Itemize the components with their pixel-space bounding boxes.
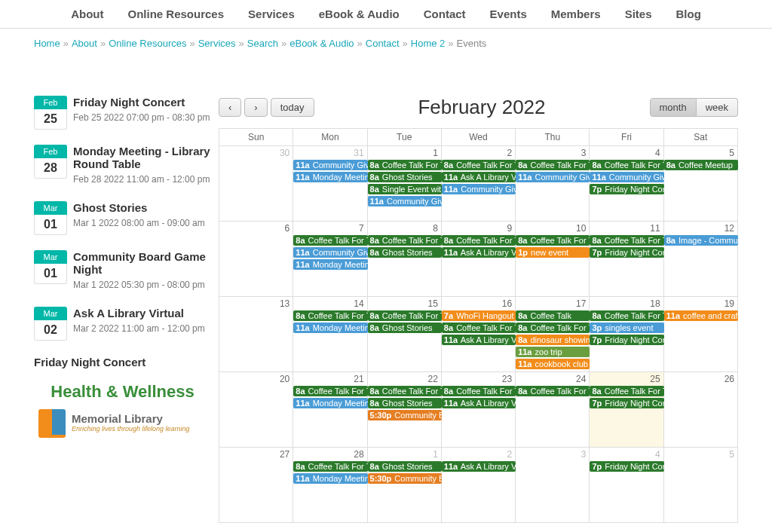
calendar-event[interactable]: 8a Coffee Talk For T bbox=[293, 235, 367, 246]
calendar-cell[interactable]: 258a Coffee Talk For T7p Friday Night Co… bbox=[590, 372, 663, 448]
calendar-cell[interactable]: 128a Image - Commun bbox=[663, 222, 737, 297]
calendar-event[interactable]: 7p Friday Night Conc bbox=[590, 398, 663, 408]
calendar-cell[interactable]: 238a Coffee Talk For T11a Ask A Library … bbox=[441, 372, 515, 448]
calendar-event[interactable]: 8a Coffee Talk For T bbox=[516, 160, 590, 170]
calendar-event[interactable]: 8a Ghost Stories bbox=[368, 323, 442, 333]
calendar-event[interactable]: 8a Coffee Talk For T bbox=[442, 323, 516, 333]
calendar-cell[interactable]: 108a Coffee Talk For T1p new event bbox=[516, 222, 590, 297]
calendar-cell[interactable]: 78a Coffee Talk For T11a Community Givi1… bbox=[293, 222, 367, 297]
calendar-event[interactable]: 8a Coffee Talk For T bbox=[516, 235, 590, 246]
calendar-event[interactable]: 8a Coffee Talk For T bbox=[368, 160, 442, 170]
calendar-event[interactable]: 11a Ask A Library Vir bbox=[442, 461, 516, 472]
calendar-event[interactable]: 7p Friday Night Conc bbox=[590, 461, 663, 472]
today-button[interactable]: today bbox=[271, 98, 314, 117]
breadcrumb-link[interactable]: Home bbox=[34, 38, 60, 49]
calendar-event[interactable]: 8a Coffee Talk For T bbox=[516, 386, 590, 396]
calendar-event[interactable]: 8a Coffee Talk For T bbox=[368, 386, 442, 396]
calendar-event[interactable]: 7a WhoFi Hangout bbox=[442, 310, 516, 321]
calendar-event[interactable]: 11a cookbook club bbox=[516, 359, 590, 369]
calendar-event[interactable]: 8a Ghost Stories bbox=[368, 172, 442, 182]
nav-ebook-audio[interactable]: eBook & Audio bbox=[319, 8, 400, 20]
calendar-event[interactable]: 7p Friday Night Conc bbox=[590, 247, 663, 258]
sidebar-event-item[interactable]: Feb25Friday Night ConcertFeb 25 2022 07:… bbox=[34, 96, 211, 130]
nav-contact[interactable]: Contact bbox=[424, 8, 466, 20]
nav-events[interactable]: Events bbox=[490, 8, 527, 20]
nav-online-resources[interactable]: Online Resources bbox=[128, 8, 225, 20]
calendar-cell[interactable]: 178a Coffee Talk8a Coffee Talk For T8a d… bbox=[516, 297, 590, 372]
calendar-event[interactable]: 8a Coffee Talk For T bbox=[442, 235, 516, 246]
prev-button[interactable]: ‹ bbox=[219, 98, 241, 117]
calendar-event[interactable]: 8a Coffee Talk For T bbox=[516, 323, 590, 333]
calendar-event[interactable]: 11a Monday Meeting bbox=[293, 398, 367, 408]
calendar-event[interactable]: 7p Friday Night Conc bbox=[590, 335, 663, 345]
calendar-cell[interactable]: 47p Friday Night Conc bbox=[590, 448, 663, 523]
nav-sites[interactable]: Sites bbox=[625, 8, 652, 20]
breadcrumb-link[interactable]: Home 2 bbox=[411, 38, 446, 49]
calendar-event[interactable]: 11a Ask A Library Vir bbox=[442, 335, 516, 345]
sidebar-event-item[interactable]: Mar01Community Board Game NightMar 1 202… bbox=[34, 250, 211, 292]
calendar-event[interactable]: 11a Ask A Library Vir bbox=[442, 247, 516, 258]
calendar-cell[interactable]: 18a Coffee Talk For T8a Ghost Stories8a … bbox=[367, 146, 441, 222]
calendar-event[interactable]: 8a Coffee Talk For T bbox=[368, 310, 442, 321]
breadcrumb-link[interactable]: Contact bbox=[366, 38, 400, 49]
calendar-event[interactable]: 11a Community Givi bbox=[293, 160, 367, 170]
breadcrumb-link[interactable]: About bbox=[72, 38, 97, 49]
breadcrumb-link[interactable]: Online Resources bbox=[109, 38, 186, 49]
calendar-event[interactable]: 3p singles event bbox=[590, 323, 663, 333]
calendar-cell[interactable]: 6 bbox=[219, 222, 293, 297]
sidebar-event-item[interactable]: Feb28Monday Meeting - Library Round Tabl… bbox=[34, 145, 211, 186]
calendar-event[interactable]: 11a coffee and crafts bbox=[664, 310, 738, 321]
calendar-event[interactable]: 11a zoo trip bbox=[516, 347, 590, 357]
calendar-event[interactable]: 8a dinosaur showing bbox=[516, 335, 590, 345]
calendar-event[interactable]: 11a Community Givi bbox=[516, 172, 590, 182]
calendar-event[interactable]: 8a Image - Commun bbox=[664, 235, 738, 246]
calendar-cell[interactable]: 158a Coffee Talk For T8a Ghost Stories bbox=[367, 297, 441, 372]
calendar-cell[interactable]: 3 bbox=[516, 448, 590, 523]
calendar-event[interactable]: 11a Monday Meeting bbox=[293, 172, 367, 182]
calendar-cell[interactable]: 218a Coffee Talk For T11a Monday Meeting bbox=[293, 372, 367, 448]
calendar-cell[interactable]: 18a Ghost Stories5:30p Community Bo bbox=[367, 448, 441, 523]
calendar-event[interactable]: 8a Ghost Stories bbox=[368, 398, 442, 408]
calendar-event[interactable]: 1p new event bbox=[516, 247, 590, 258]
calendar-cell[interactable]: 3111a Community Givi11a Monday Meeting bbox=[293, 146, 367, 222]
calendar-cell[interactable]: 188a Coffee Talk For T3p singles event7p… bbox=[590, 297, 663, 372]
calendar-event[interactable]: 11a Ask A Library Vir bbox=[442, 172, 516, 182]
breadcrumb-link[interactable]: Services bbox=[198, 38, 236, 49]
calendar-event[interactable]: 8a Coffee Meetup bbox=[664, 160, 738, 170]
sidebar-event-item[interactable]: Mar02Ask A Library VirtualMar 2 2022 11:… bbox=[34, 307, 211, 341]
calendar-event[interactable]: 8a Coffee Talk For T bbox=[442, 386, 516, 396]
calendar-cell[interactable]: 98a Coffee Talk For T11a Ask A Library V… bbox=[441, 222, 515, 297]
calendar-event[interactable]: 8a Coffee Talk For T bbox=[590, 160, 663, 170]
calendar-cell[interactable]: 30 bbox=[219, 146, 293, 222]
calendar-event[interactable]: 8a Coffee Talk For T bbox=[590, 386, 663, 396]
calendar-cell[interactable]: 148a Coffee Talk For T11a Monday Meeting bbox=[293, 297, 367, 372]
calendar-event[interactable]: 8a Coffee Talk For T bbox=[442, 160, 516, 170]
calendar-cell[interactable]: 88a Coffee Talk For T8a Ghost Stories bbox=[367, 222, 441, 297]
calendar-cell[interactable]: 288a Coffee Talk For T11a Monday Meeting bbox=[293, 448, 367, 523]
breadcrumb-link[interactable]: Search bbox=[247, 38, 278, 49]
calendar-event[interactable]: 8a Coffee Talk For T bbox=[293, 461, 367, 472]
calendar-event[interactable]: 5:30p Community Bo bbox=[368, 410, 442, 420]
calendar-event[interactable]: 8a Coffee Talk bbox=[516, 310, 590, 321]
calendar-event[interactable]: 8a Single Event with bbox=[368, 184, 442, 194]
calendar-cell[interactable]: 211a Ask A Library Vir bbox=[441, 448, 515, 523]
calendar-cell[interactable]: 118a Coffee Talk For T7p Friday Night Co… bbox=[590, 222, 663, 297]
calendar-event[interactable]: 8a Coffee Talk For T bbox=[293, 310, 367, 321]
nav-blog[interactable]: Blog bbox=[676, 8, 701, 20]
calendar-event[interactable]: 8a Coffee Talk For T bbox=[293, 386, 367, 396]
calendar-cell[interactable]: 228a Coffee Talk For T8a Ghost Stories5:… bbox=[367, 372, 441, 448]
calendar-event[interactable]: 11a Community Givi bbox=[442, 184, 516, 194]
calendar-cell[interactable]: 20 bbox=[219, 372, 293, 448]
calendar-event[interactable]: 8a Coffee Talk For T bbox=[368, 235, 442, 246]
calendar-event[interactable]: 11a Monday Meeting bbox=[293, 473, 367, 484]
calendar-event[interactable]: 8a Ghost Stories bbox=[368, 461, 442, 472]
calendar-event[interactable]: 11a Monday Meeting bbox=[293, 323, 367, 333]
calendar-cell[interactable]: 38a Coffee Talk For T11a Community Givi bbox=[516, 146, 590, 222]
calendar-cell[interactable]: 167a WhoFi Hangout8a Coffee Talk For T11… bbox=[441, 297, 515, 372]
calendar-cell[interactable]: 1911a coffee and crafts bbox=[663, 297, 737, 372]
calendar-cell[interactable]: 26 bbox=[663, 372, 737, 448]
next-button[interactable]: › bbox=[244, 98, 267, 117]
breadcrumb-link[interactable]: eBook & Audio bbox=[290, 38, 354, 49]
nav-about[interactable]: About bbox=[71, 8, 103, 20]
calendar-event[interactable]: 11a Ask A Library Vir bbox=[442, 398, 516, 408]
